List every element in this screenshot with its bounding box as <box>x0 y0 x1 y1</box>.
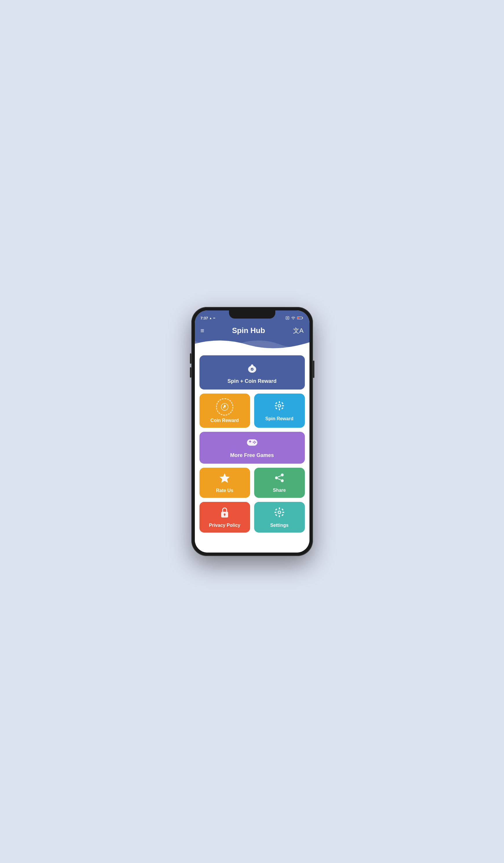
svg-rect-6 <box>298 317 299 318</box>
svg-point-11 <box>224 407 225 408</box>
translate-icon[interactable]: 文A <box>293 326 304 335</box>
svg-rect-14 <box>279 401 280 403</box>
settings-button[interactable]: Settings <box>254 502 305 533</box>
phone-screen: 7:37 ▲ •• <box>195 311 310 552</box>
svg-rect-17 <box>282 405 284 406</box>
share-svg <box>274 473 285 483</box>
svg-rect-44 <box>275 509 277 511</box>
wave-decoration <box>195 335 310 350</box>
gear-icon <box>274 400 285 412</box>
volume-up-button <box>190 353 191 364</box>
star-icon <box>219 472 230 486</box>
share-label: Share <box>273 488 286 493</box>
svg-rect-42 <box>275 512 276 513</box>
app-title: Spin Hub <box>232 326 265 335</box>
svg-rect-18 <box>275 402 278 404</box>
time-display: 7:37 <box>201 316 208 320</box>
svg-line-33 <box>278 476 281 477</box>
phone-frame: 7:37 ▲ •• <box>191 307 313 556</box>
svg-rect-15 <box>279 408 280 410</box>
coin-reward-button[interactable]: Coin Reward <box>200 393 250 428</box>
svg-point-27 <box>254 442 255 444</box>
gamepad-icon <box>246 437 259 450</box>
svg-point-30 <box>281 474 284 476</box>
volume-down-button <box>190 367 191 378</box>
svg-rect-47 <box>281 514 284 516</box>
svg-rect-43 <box>282 512 284 513</box>
svg-rect-20 <box>275 407 278 410</box>
svg-rect-41 <box>279 515 280 517</box>
spin-coin-reward-label: Spin + Coin Reward <box>228 378 277 384</box>
svg-point-28 <box>253 442 254 443</box>
svg-rect-37 <box>224 515 225 516</box>
svg-rect-46 <box>275 514 277 516</box>
reward-row: Coin Reward <box>200 393 305 428</box>
svg-line-34 <box>278 479 281 480</box>
svg-marker-29 <box>220 473 230 483</box>
share-button[interactable]: Share <box>254 468 305 498</box>
fire-coin-icon <box>220 402 229 412</box>
bag-icon <box>246 361 259 376</box>
coin-reward-label: Coin Reward <box>211 418 239 423</box>
svg-point-31 <box>275 476 278 479</box>
rate-us-button[interactable]: Rate Us <box>200 468 250 498</box>
svg-rect-8 <box>251 365 254 367</box>
status-icons <box>286 316 303 320</box>
privacy-settings-row: Privacy Policy <box>200 502 305 533</box>
status-time: 7:37 ▲ •• <box>201 316 215 320</box>
alert-icon: ▲ <box>209 316 212 320</box>
svg-point-13 <box>278 405 280 407</box>
wifi-icon <box>291 316 295 320</box>
more-games-button[interactable]: More Free Games <box>200 432 305 464</box>
share-icon <box>274 473 285 485</box>
rate-us-label: Rate Us <box>216 488 233 493</box>
spin-reward-label: Spin Reward <box>265 416 293 421</box>
svg-rect-45 <box>281 509 284 511</box>
power-button <box>313 361 314 378</box>
lock-icon <box>220 506 229 521</box>
more-games-label: More Free Games <box>230 452 274 459</box>
star-svg <box>219 472 230 483</box>
notch <box>229 311 275 318</box>
svg-rect-40 <box>279 508 280 509</box>
svg-point-39 <box>278 511 280 513</box>
svg-rect-21 <box>281 407 284 410</box>
lock-svg <box>220 506 229 518</box>
money-bag-icon <box>246 361 259 373</box>
svg-point-26 <box>255 442 256 443</box>
settings-gear-icon <box>274 506 285 521</box>
close-icon <box>286 316 289 320</box>
gear-spin-icon <box>274 400 285 414</box>
spin-coin-reward-button[interactable]: Spin + Coin Reward <box>200 355 305 389</box>
svg-rect-5 <box>303 318 303 318</box>
svg-rect-19 <box>281 402 284 404</box>
privacy-policy-button[interactable]: Privacy Policy <box>200 502 250 533</box>
svg-rect-16 <box>275 405 277 406</box>
spin-reward-button[interactable]: Spin Reward <box>254 393 305 428</box>
menu-icon[interactable]: ≡ <box>201 327 204 335</box>
coin-reward-icon <box>216 398 233 415</box>
privacy-policy-label: Privacy Policy <box>209 523 241 528</box>
battery-icon <box>297 316 303 320</box>
rate-share-row: Rate Us Share <box>200 468 305 498</box>
app-header: ≡ Spin Hub 文A <box>195 323 310 335</box>
main-content: Spin + Coin Reward Coin Reward <box>195 350 310 552</box>
settings-label: Settings <box>270 523 288 528</box>
gamepad-svg <box>246 437 259 448</box>
svg-point-25 <box>254 441 255 442</box>
dots-icon: •• <box>213 316 215 320</box>
svg-point-3 <box>293 319 294 320</box>
settings-svg <box>274 506 285 518</box>
svg-point-32 <box>281 479 284 482</box>
svg-rect-24 <box>250 440 250 443</box>
